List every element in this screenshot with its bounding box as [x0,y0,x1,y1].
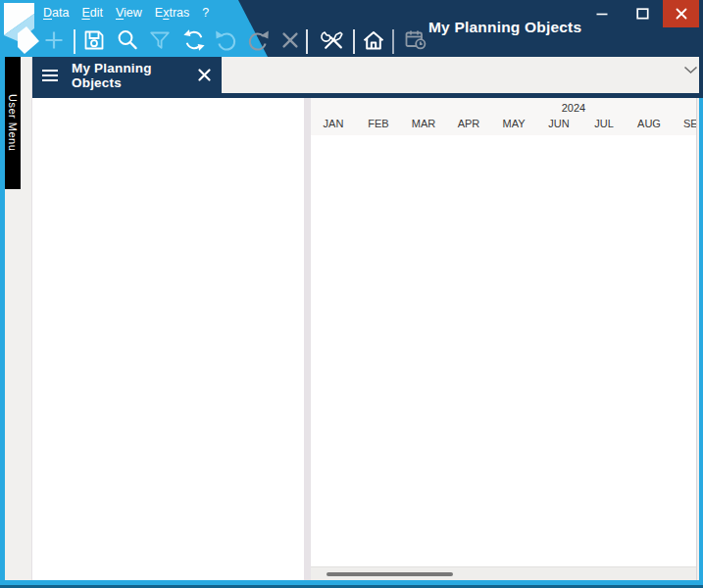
application-window: Data Edit View Extras ? My Planning Obje… [0,0,703,588]
close-icon [676,8,687,20]
hamburger-menu-icon[interactable] [41,69,59,82]
search-button[interactable] [114,26,141,54]
maximize-button[interactable] [623,0,663,27]
redo-button[interactable] [244,26,272,54]
panel-splitter[interactable] [304,98,311,580]
planning-calendar-icon [402,26,429,54]
search-icon [114,26,141,54]
month-label: JAN [311,118,356,129]
save-button[interactable] [80,26,108,54]
menu-item-extras[interactable]: Extras [155,4,189,23]
menu-item-help[interactable]: ? [202,4,209,23]
refresh-button[interactable] [180,26,208,54]
timeline-header: 2024 JANFEBMARAPRMAYJUNJULAUGSEP [311,98,696,135]
save-icon [80,26,108,54]
user-menu-tab[interactable]: User Menu [5,57,21,189]
tab-close-button[interactable] [198,69,211,81]
title-bar: Data Edit View Extras ? My Planning Obje… [0,0,703,57]
user-menu-label: User Menu [7,94,19,151]
tab-my-planning-objects[interactable]: My Planning Objects [32,57,222,93]
tab-label: My Planning Objects [72,61,198,90]
gantt-timeline-panel: 2024 JANFEBMARAPRMAYJUNJULAUGSEP [311,98,696,580]
timeline-year-label: 2024 [311,102,696,114]
month-label: MAR [401,118,446,129]
toolbar-separator [306,29,308,54]
window-border-right-top [699,0,703,98]
redo-icon [244,26,272,54]
delete-icon [276,26,304,54]
undo-button[interactable] [213,26,240,54]
menu-item-edit[interactable]: Edit [81,4,103,23]
menu-item-data[interactable]: Data [43,4,69,23]
horizontal-scrollbar-track[interactable] [311,566,696,580]
delete-button[interactable] [276,26,304,54]
menu-item-view[interactable]: View [116,4,142,23]
window-border-right [699,98,703,580]
add-button[interactable] [40,26,68,54]
month-label: JUL [581,118,627,129]
timeline-month-row: JANFEBMARAPRMAYJUNJULAUGSEP [311,118,696,129]
undo-icon [213,26,240,54]
month-label: FEB [356,118,401,129]
menu-bar: Data Edit View Extras ? [43,4,209,23]
planning-objects-table-panel [32,98,304,580]
horizontal-scrollbar-thumb[interactable] [326,572,453,576]
month-label: MAY [491,118,536,129]
tools-button[interactable] [320,26,347,54]
refresh-icon [180,26,208,54]
window-title: My Planning Objects [428,19,581,36]
month-label: APR [446,118,491,129]
tools-icon [320,26,347,54]
filter-button[interactable] [146,26,174,54]
window-border-left [0,57,5,580]
tab-list-dropdown-button[interactable] [680,62,700,77]
home-button[interactable] [360,26,387,54]
toolbar-separator [353,29,355,54]
add-icon [40,26,68,54]
chevron-down-icon [683,66,698,74]
minimize-button[interactable] [581,0,623,27]
toolbar-separator [74,29,75,54]
close-icon [198,69,211,81]
minimize-icon [596,8,608,20]
month-label: AUG [627,118,672,129]
month-label: SEP [672,118,696,129]
close-button[interactable] [663,0,700,27]
maximize-icon [636,8,649,20]
month-label: JUN [536,118,581,129]
app-logo-icon [2,1,41,55]
toolbar-separator [392,29,394,54]
home-icon [360,26,387,54]
filter-icon [146,26,174,54]
planning-calendar-button[interactable] [402,26,429,54]
